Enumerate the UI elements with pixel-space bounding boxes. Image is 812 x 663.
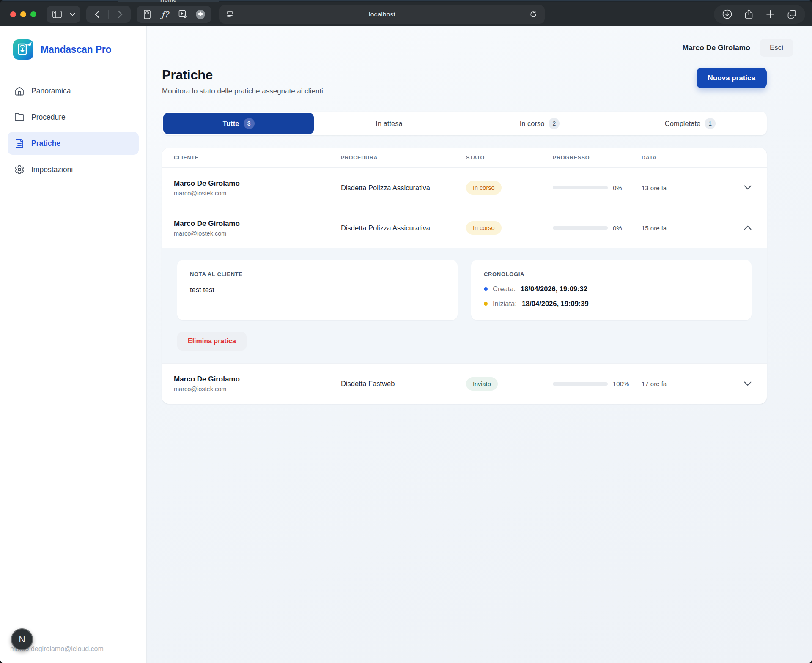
- sidebar: Mandascan Pro Panoramica Procedure Prati…: [0, 26, 147, 663]
- document-icon: [14, 138, 25, 148]
- back-button[interactable]: [91, 6, 103, 23]
- tab-overview-icon[interactable]: [783, 6, 801, 23]
- app-logo-icon: [13, 39, 34, 60]
- toolbar-right-group: [714, 5, 805, 24]
- row-detail-panel: NOTA AL CLIENTE test test CRONOLOGIA Cre…: [162, 248, 767, 364]
- top-bar: Marco De Girolamo Esci: [147, 26, 812, 57]
- extensions-icon[interactable]: [194, 6, 207, 23]
- sidebar-item-label: Procedure: [31, 113, 66, 122]
- main-area: Marco De Girolamo Esci Pratiche Monitora…: [147, 26, 812, 663]
- procedure-name: Disdetta Polizza Assicurativa: [341, 184, 466, 192]
- row-date: 13 ore fa: [642, 184, 705, 192]
- tab-in-attesa[interactable]: In attesa: [314, 113, 464, 134]
- history-item: Creata: 18/04/2026, 19:09:32: [484, 285, 739, 293]
- minimize-window-button[interactable]: [20, 11, 26, 17]
- zoom-window-button[interactable]: [30, 11, 36, 17]
- share-icon[interactable]: [740, 6, 758, 23]
- client-name: Marco De Girolamo: [174, 179, 341, 188]
- table-row[interactable]: Marco De Girolamo marco@iostek.com Disde…: [162, 364, 767, 404]
- expand-chevron-icon[interactable]: [744, 185, 752, 190]
- url-text: localhost: [219, 11, 545, 18]
- export-page-icon[interactable]: [176, 6, 189, 23]
- note-text: test test: [190, 286, 445, 294]
- forward-button[interactable]: [114, 6, 126, 23]
- procedure-name: Disdetta Polizza Assicurativa: [341, 224, 466, 232]
- status-dot: [484, 287, 488, 291]
- tab-label: In corso: [520, 120, 545, 128]
- progress-cell: 0%: [553, 225, 642, 232]
- app-body: Mandascan Pro Panoramica Procedure Prati…: [0, 26, 812, 663]
- sidebar-menu-chevron-icon[interactable]: [69, 6, 76, 23]
- sidebar-toggle-icon[interactable]: [51, 6, 63, 23]
- folder-icon: [14, 112, 25, 122]
- page-subtitle: Monitora lo stato delle pratiche assegna…: [162, 87, 323, 96]
- history-title: CRONOLOGIA: [484, 271, 739, 277]
- client-name: Marco De Girolamo: [174, 375, 341, 384]
- history-value: 18/04/2026, 19:09:32: [521, 285, 587, 293]
- tab-count-badge: 3: [244, 118, 255, 129]
- expand-chevron-icon[interactable]: [744, 381, 752, 386]
- row-date: 15 ore fa: [642, 225, 705, 232]
- tab-label: Completate: [665, 120, 700, 128]
- column-header-cliente: CLIENTE: [174, 155, 341, 161]
- client-name: Marco De Girolamo: [174, 219, 341, 228]
- downloads-icon[interactable]: [718, 6, 736, 23]
- new-pratica-button[interactable]: Nuova pratica: [697, 68, 767, 88]
- page-tools-group: ƒ?: [137, 6, 211, 23]
- browser-tab-label: Home: [118, 0, 219, 2]
- progress-percent: 100%: [613, 380, 629, 387]
- browser-window: Home: [0, 0, 812, 663]
- progress-track: [553, 226, 608, 230]
- history-item: Iniziata: 18/04/2026, 19:09:39: [484, 300, 739, 308]
- gear-icon: [14, 164, 25, 175]
- overlay-badge[interactable]: N: [11, 628, 33, 650]
- tab-in-corso[interactable]: In corso 2: [464, 113, 615, 134]
- browser-tab-home[interactable]: Home: [118, 0, 219, 2]
- new-tab-icon[interactable]: [761, 6, 779, 23]
- window-controls: [10, 11, 36, 17]
- progress-percent: 0%: [613, 225, 622, 232]
- progress-percent: 0%: [613, 184, 622, 192]
- sidebar-item-pratiche[interactable]: Pratiche: [8, 132, 139, 155]
- tab-label: Tutte: [222, 120, 239, 128]
- collapse-chevron-icon[interactable]: [744, 225, 752, 230]
- function-search-icon[interactable]: ƒ?: [159, 6, 171, 23]
- tab-completate[interactable]: Completate 1: [615, 113, 765, 134]
- tab-tutte[interactable]: Tutte 3: [163, 113, 314, 134]
- close-window-button[interactable]: [10, 11, 16, 17]
- progress-cell: 100%: [553, 380, 642, 387]
- note-title: NOTA AL CLIENTE: [190, 271, 445, 277]
- page-content: Pratiche Monitora lo stato delle pratich…: [147, 68, 767, 404]
- client-email: marco@iostek.com: [174, 190, 341, 197]
- sidebar-item-label: Impostazioni: [31, 165, 73, 174]
- toolbar-divider: [108, 10, 109, 19]
- column-header-procedura: PROCEDURA: [341, 155, 466, 161]
- history-value: 18/04/2026, 19:09:39: [522, 300, 589, 308]
- delete-pratica-button[interactable]: Elimina pratica: [177, 332, 247, 351]
- table-row[interactable]: Marco De Girolamo marco@iostek.com Disde…: [162, 168, 767, 208]
- filter-tabs: Tutte 3 In attesa In corso 2 Completate …: [162, 112, 767, 135]
- sidebar-footer: N marco.degirolamo@icloud.com: [0, 636, 146, 663]
- progress-track: [553, 382, 608, 386]
- status-badge: In corso: [466, 221, 502, 235]
- address-bar[interactable]: localhost: [219, 5, 545, 24]
- sidebar-item-panoramica[interactable]: Panoramica: [8, 79, 139, 102]
- logout-button[interactable]: Esci: [760, 39, 793, 57]
- page-title: Pratiche: [162, 68, 323, 83]
- title-row: Pratiche Monitora lo stato delle pratich…: [162, 68, 767, 96]
- client-email: marco@iostek.com: [174, 386, 341, 392]
- history-nav-group: [86, 6, 131, 23]
- column-header-stato: STATO: [466, 155, 553, 161]
- table-row[interactable]: Marco De Girolamo marco@iostek.com Disde…: [162, 208, 767, 248]
- status-badge: Inviato: [466, 377, 498, 391]
- history-label: Creata:: [493, 285, 516, 293]
- sidebar-toggle-group: [47, 6, 80, 23]
- brand-name: Mandascan Pro: [41, 44, 111, 55]
- table-header: CLIENTE PROCEDURA STATO PROGRESSO DATA: [162, 148, 767, 168]
- page-capture-icon[interactable]: [141, 6, 154, 23]
- sidebar-item-procedure[interactable]: Procedure: [8, 106, 139, 129]
- tab-count-badge: 2: [549, 118, 560, 129]
- column-header-data: DATA: [642, 155, 705, 161]
- brand: Mandascan Pro: [0, 26, 146, 64]
- sidebar-item-impostazioni[interactable]: Impostazioni: [8, 158, 139, 181]
